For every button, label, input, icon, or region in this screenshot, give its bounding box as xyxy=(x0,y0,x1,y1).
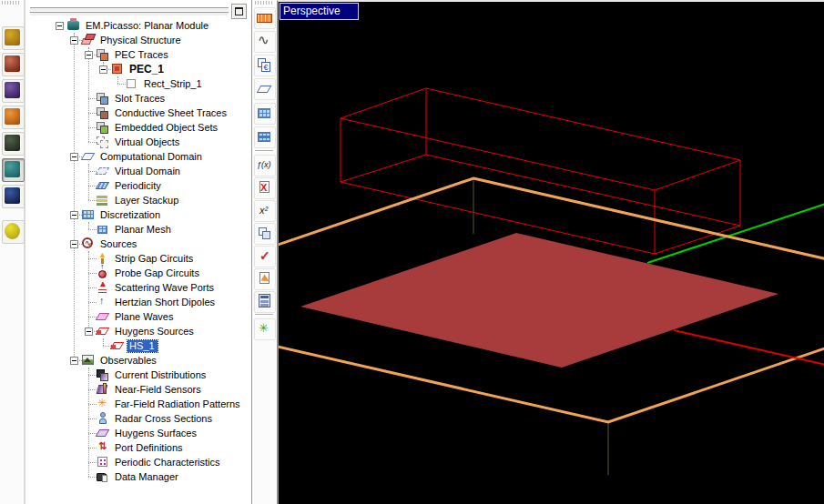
mesh-grid-button[interactable] xyxy=(254,103,276,125)
validate-check-button[interactable] xyxy=(254,246,276,267)
tree-item-label: Data Manager xyxy=(113,471,181,483)
expand-collapse-toggle[interactable] xyxy=(85,328,93,336)
new-item-star-button[interactable] xyxy=(254,318,276,340)
tree-item-port-definitions[interactable]: Port Definitions xyxy=(25,440,251,455)
tree-item-label: Periodicity xyxy=(113,180,164,192)
scene-canvas[interactable] xyxy=(279,2,824,504)
tree-item-pec-1[interactable]: PEC_1 xyxy=(25,62,251,76)
3d-viewport[interactable]: Perspective xyxy=(277,0,824,504)
expand-collapse-toggle[interactable] xyxy=(70,153,78,161)
tree-item-probe-gap-circuits[interactable]: Probe Gap Circuits xyxy=(25,266,251,280)
module-icon-purple-swirl xyxy=(5,82,20,98)
module-button-blue-swoosh[interactable] xyxy=(2,185,25,208)
duplicate-layers-button[interactable] xyxy=(254,223,276,245)
expand-collapse-toggle[interactable] xyxy=(70,240,78,248)
pec-rect-strip-plane[interactable] xyxy=(300,233,778,368)
expand-collapse-toggle[interactable] xyxy=(70,36,78,45)
module-button-yellow-wheel[interactable] xyxy=(2,220,25,244)
observables-icon xyxy=(81,353,96,368)
module-button-orange-windmill[interactable] xyxy=(2,106,25,129)
tree-item-planar-mesh[interactable]: Planar Mesh xyxy=(25,222,251,237)
tree-item-label: Hertzian Short Dipoles xyxy=(113,297,218,308)
huygens-box-wireframe[interactable] xyxy=(341,88,426,118)
module-button-red-sphere[interactable] xyxy=(2,53,25,76)
tree-item-hertzian-short-dipoles[interactable]: Hertzian Short Dipoles xyxy=(25,295,251,309)
domain-parallelogram-button[interactable] xyxy=(254,78,276,100)
expand-collapse-toggle[interactable] xyxy=(70,211,78,219)
panel-grip-bar[interactable] xyxy=(30,12,229,16)
huygens-box-wireframe[interactable] xyxy=(341,118,655,190)
ruler-button[interactable] xyxy=(254,7,276,29)
tree-item-conductive-sheet-traces[interactable]: Conductive Sheet Traces xyxy=(25,106,251,120)
variables-x-button[interactable] xyxy=(254,177,276,199)
tree-item-label: Discretization xyxy=(98,209,163,221)
slot-traces-icon xyxy=(96,91,110,106)
y-axis-line xyxy=(647,204,824,263)
tree-item-plane-waves[interactable]: Plane Waves xyxy=(25,309,251,324)
tree-item-label: Far-Field Radiation Patterns xyxy=(113,398,243,410)
stacked-sheets-euro-button[interactable] xyxy=(254,55,276,76)
tree-item-embedded-object-sets[interactable]: Embedded Object Sets xyxy=(25,120,251,135)
tree-item-far-field-radiation-patterns[interactable]: Far-Field Radiation Patterns xyxy=(25,397,251,411)
run-simulation-button[interactable] xyxy=(254,268,276,290)
expand-collapse-toggle[interactable] xyxy=(56,22,64,30)
tree-item-current-distributions[interactable]: Current Distributions xyxy=(25,368,251,382)
tree-item-label: Port Definitions xyxy=(113,442,186,454)
expand-collapse-toggle[interactable] xyxy=(99,66,107,74)
module-button-gold[interactable] xyxy=(2,26,25,50)
huygens-box-wireframe[interactable] xyxy=(426,88,740,160)
huygens-box-wireframe[interactable] xyxy=(655,160,740,190)
function-fx-button[interactable] xyxy=(254,155,276,176)
module-button-dark-molecules[interactable] xyxy=(2,132,25,156)
toolbar-grip-handle[interactable] xyxy=(2,1,20,5)
tree-item-huygens-sources[interactable]: Huygens Sources xyxy=(25,324,251,338)
tree-item-slot-traces[interactable]: Slot Traces xyxy=(25,91,251,106)
calculator-button[interactable] xyxy=(254,291,276,313)
tree-item-data-manager[interactable]: Data Manager xyxy=(25,469,251,484)
sine-wave-button[interactable] xyxy=(254,31,276,53)
periodicity-icon xyxy=(96,178,110,193)
tree-item-em-picasso-planar-module[interactable]: EM.Picasso: Planar Module xyxy=(25,18,251,33)
physical-structure-icon xyxy=(81,33,96,47)
x-squared-icon xyxy=(257,203,272,218)
tree-item-label: Huygens Sources xyxy=(113,326,197,338)
variables-x-icon xyxy=(257,180,272,196)
tree-item-hs-1[interactable]: HS_1 xyxy=(25,338,251,353)
module-icon-planar-module-active xyxy=(5,161,20,177)
module-button-purple-swirl[interactable] xyxy=(2,79,25,103)
simulation-toolbar xyxy=(252,0,278,504)
tree-item-virtual-objects[interactable]: Virtual Objects xyxy=(25,135,251,149)
tree-item-sources[interactable]: Sources xyxy=(25,237,251,251)
tree-item-pec-traces[interactable]: PEC Traces xyxy=(25,47,251,62)
tree-item-label: EM.Picasso: Planar Module xyxy=(84,20,211,32)
tree-item-periodicity[interactable]: Periodicity xyxy=(25,178,251,193)
conductive-sheet-traces-icon xyxy=(96,106,110,120)
module-icon-orange-windmill xyxy=(5,108,20,125)
tree-item-huygens-surfaces[interactable]: Huygens Surfaces xyxy=(25,426,251,440)
tree-item-radar-cross-sections[interactable]: Radar Cross Sections xyxy=(25,411,251,426)
tree-item-label: Periodic Characteristics xyxy=(113,457,223,469)
tree-item-virtual-domain[interactable]: Virtual Domain xyxy=(25,164,251,178)
tree-item-label: Embedded Object Sets xyxy=(113,122,220,134)
tree-item-strip-gap-circuits[interactable]: Strip Gap Circuits xyxy=(25,251,251,266)
computational-domain-icon xyxy=(81,149,96,164)
tree-item-observables[interactable]: Observables xyxy=(25,353,251,368)
tree-item-label: Near-Field Sensors xyxy=(113,384,204,396)
tree-item-near-field-sensors[interactable]: Near-Field Sensors xyxy=(25,382,251,397)
tree-item-periodic-characteristics[interactable]: Periodic Characteristics xyxy=(25,455,251,469)
tree-item-rect-strip-1[interactable]: Rect_Strip_1 xyxy=(25,76,251,91)
mesh-settings-button[interactable] xyxy=(254,126,276,148)
tree-item-discretization[interactable]: Discretization xyxy=(25,207,251,222)
panel-restore-button[interactable] xyxy=(231,4,247,19)
tree-item-scattering-wave-ports[interactable]: Scattering Wave Ports xyxy=(25,280,251,295)
tree-item-label: HS_1 xyxy=(127,340,158,352)
x-squared-button[interactable] xyxy=(254,200,276,222)
tree-item-physical-structure[interactable]: Physical Structure xyxy=(25,33,251,47)
expand-collapse-toggle[interactable] xyxy=(70,357,78,365)
expand-collapse-toggle[interactable] xyxy=(85,51,93,59)
toolbar-grip-handle[interactable] xyxy=(255,1,273,5)
module-button-planar-module-active[interactable] xyxy=(2,158,25,182)
tree-item-computational-domain[interactable]: Computational Domain xyxy=(25,149,251,164)
huygens-box-wireframe[interactable] xyxy=(341,155,426,182)
tree-item-layer-stackup[interactable]: Layer Stackup xyxy=(25,193,251,207)
